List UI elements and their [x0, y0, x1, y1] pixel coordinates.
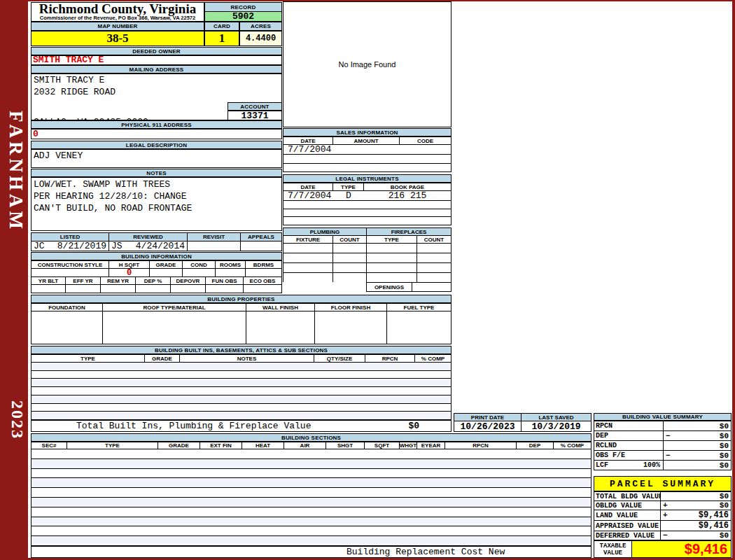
- ps-row-land: LAND VALUE + $9,416: [594, 510, 731, 521]
- listed-value: JC 8/21/2019: [31, 241, 109, 251]
- depovr-value: [171, 285, 206, 293]
- sales-information-title: SALES INFORMATION: [283, 128, 451, 136]
- replacement-cost-note: Building Replacement Cost New: [346, 547, 505, 557]
- ps-op: +: [661, 511, 671, 519]
- fireplaces-col-type: TYPE: [367, 236, 417, 243]
- empty-row: [31, 469, 591, 479]
- eco-obs-value: [244, 285, 281, 293]
- col-roof: ROOF TYPE/MATERIAL: [103, 304, 246, 311]
- ps-label: TOTAL BLDG VALUE: [596, 493, 661, 500]
- bvs-value: $0: [673, 432, 731, 440]
- fireplaces-title: FIREPLACES: [367, 228, 451, 235]
- county-title: Richmond County, Virginia: [31, 3, 204, 15]
- ps-row-deferred: DEFERRED VALUE − $0: [594, 531, 731, 540]
- plumbing-title: PLUMBING: [284, 228, 367, 235]
- bvs-label: LCF: [596, 461, 608, 469]
- physical-911-label: PHYSICAL 911 ADDRESS: [31, 120, 282, 129]
- empty-row: [31, 498, 591, 507]
- empty-row: [31, 517, 591, 527]
- sidebar-district-label: FARNHAM: [1, 105, 27, 238]
- record-label: RECORD: [204, 2, 282, 12]
- building-value-summary-table: RPCN $0 DEP − $0 RCLND $0 OBS F/E − $0 L…: [594, 421, 732, 470]
- bvs-value: $0: [673, 422, 731, 430]
- reviewed-by: JS: [111, 241, 122, 251]
- plumbing-empty-row: [284, 244, 451, 253]
- parcel-summary-title: PARCEL SUMMARY: [594, 476, 732, 491]
- bvs-value: $0: [673, 442, 731, 450]
- building-sections-empty-rows: [31, 449, 591, 545]
- notes-line-1: LOW/WET. SWAMP WITH TREES: [31, 178, 281, 190]
- bvs-row-dep: DEP − $0: [594, 431, 731, 441]
- builtins-col-comp: % COMP: [415, 355, 451, 362]
- last-saved-value: 10/3/2019: [522, 421, 591, 431]
- sec-col-heat: HEAT: [242, 442, 284, 449]
- bvs-op: −: [664, 432, 673, 440]
- taxable-value-amount: $9,416: [632, 541, 731, 557]
- appeals-value: [241, 241, 281, 251]
- col-depovr: DEPOVR: [171, 277, 206, 284]
- print-date-label: PRINT DATE: [454, 414, 522, 421]
- sales-row-1-date: 7/7/2004: [284, 145, 451, 155]
- ps-value: $0: [671, 501, 731, 510]
- taxable-label-line2: VALUE: [603, 550, 622, 556]
- col-fuel-type: FUEL TYPE: [387, 304, 451, 311]
- notes-box: LOW/WET. SWAMP WITH TREES PER HEARING 12…: [31, 177, 282, 231]
- mailing-address-label: MAILING ADDRESS: [31, 65, 282, 74]
- cond-value: [183, 269, 216, 276]
- listed-label: LISTED: [31, 233, 109, 241]
- ps-value: $0: [671, 492, 731, 500]
- building-properties-table: FOUNDATION ROOF TYPE/MATERIAL WALL FINIS…: [31, 303, 451, 344]
- empty-row: [284, 155, 451, 164]
- builtins-col-grade: GRADE: [145, 355, 180, 362]
- legal-instruments-table: DATE TYPE BOOK PAGE 7/7/2004 D 216 215: [283, 183, 451, 225]
- empty-row: [31, 449, 591, 459]
- sec-col-type: TYPE: [67, 442, 158, 449]
- notes-line-2: PER HEARING 12/28/10: CHANGE: [31, 190, 281, 202]
- ps-label: LAND VALUE: [596, 512, 638, 519]
- rooms-value: [216, 269, 246, 276]
- sec-col-secnum: SEC#: [31, 442, 67, 449]
- col-wall-finish: WALL FINISH: [246, 304, 315, 311]
- sales-col-code: CODE: [400, 137, 451, 144]
- builtins-col-type: TYPE: [31, 355, 145, 362]
- bvs-label: OBS F/E: [596, 451, 625, 459]
- bvs-value: $0: [673, 451, 731, 460]
- bvs-lcf-pct: 100%: [643, 461, 660, 469]
- h-sqft-value: 0: [109, 269, 150, 276]
- openings-label: OPENINGS: [366, 282, 412, 292]
- ps-row-appraised: APPRAISED VALUE $9,416: [594, 521, 731, 531]
- legal-description-value: ADJ VENEY: [31, 149, 282, 168]
- sidebar-year-label: 2023: [1, 392, 27, 448]
- reviewed-value: JS 4/24/2014: [109, 241, 188, 251]
- bvs-row-rpcn: RPCN $0: [594, 421, 731, 431]
- instr-col-type: TYPE: [333, 183, 364, 190]
- empty-row: [31, 459, 591, 469]
- bdrms-value: [246, 269, 281, 276]
- listed-date: 8/21/2019: [57, 241, 106, 251]
- mailing-line-2: 2032 RIDGE ROAD: [31, 85, 281, 97]
- bvs-row-obs: OBS F/E − $0: [594, 451, 731, 461]
- empty-row: [31, 379, 451, 387]
- empty-row: [284, 217, 451, 225]
- col-eff-yr: EFF YR: [66, 277, 101, 284]
- built-ins-total-label: Total Built Ins, Plumbing & Fireplace Va…: [76, 421, 311, 431]
- builtins-col-notes: NOTES: [180, 355, 314, 362]
- bvs-row-rclnd: RCLND $0: [594, 441, 731, 451]
- appeals-label: APPEALS: [241, 233, 281, 241]
- bvs-label: RPCN: [596, 422, 612, 430]
- rem-yr-value: [101, 285, 136, 293]
- col-floor-finish: FLOOR FINISH: [315, 304, 387, 311]
- empty-row: [284, 209, 451, 218]
- plumbing-empty-row: [284, 253, 451, 263]
- ps-row-total-bldg: TOTAL BLDG VALUE $0: [594, 492, 731, 501]
- sec-col-whgt: WHGT: [400, 442, 417, 449]
- building-sections-footer: Building Replacement Cost New: [31, 546, 592, 558]
- ps-label: APPRAISED VALUE: [596, 522, 659, 530]
- built-ins-title: BUILDING BUILT INS, BASEMENTS, ATTICS & …: [31, 346, 451, 354]
- plumbing-col-fixture: FIXTURE: [284, 236, 333, 243]
- plumbing-col-count: COUNT: [333, 236, 367, 243]
- ps-label: DEFERRED VALUE: [596, 532, 654, 540]
- builtins-col-rpcn: RPCN: [365, 355, 415, 362]
- col-yr-blt: YR BLT: [31, 277, 66, 284]
- sales-col-amount: AMOUNT: [333, 137, 400, 144]
